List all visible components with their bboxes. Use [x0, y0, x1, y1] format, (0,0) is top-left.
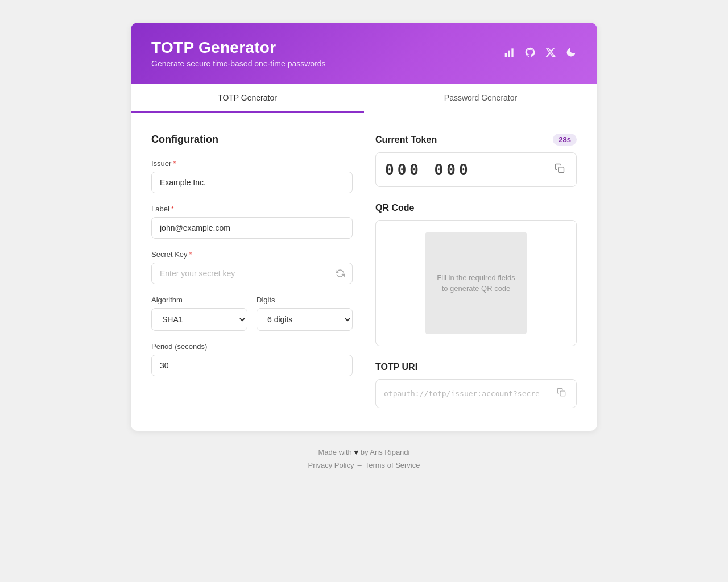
tab-password-generator[interactable]: Password Generator — [364, 84, 597, 113]
twitter-icon[interactable] — [545, 47, 556, 61]
uri-value: otpauth://totp/issuer:account?secre — [384, 389, 555, 398]
algorithm-select[interactable]: SHA1 SHA256 SHA512 — [151, 308, 247, 331]
right-panel: Current Token 28s 000 000 QR Code — [375, 134, 577, 408]
generate-secret-button[interactable] — [333, 267, 347, 280]
svg-rect-2 — [511, 48, 513, 57]
tab-totp-generator[interactable]: TOTP Generator — [131, 84, 364, 113]
digits-label: Digits — [257, 296, 353, 304]
uri-label: TOTP URI — [375, 362, 577, 372]
copy-uri-button[interactable] — [555, 385, 568, 402]
issuer-required: * — [173, 159, 176, 168]
main-card: TOTP Generator Generate secure time-base… — [131, 23, 597, 431]
issuer-input[interactable] — [151, 172, 353, 193]
svg-rect-1 — [508, 50, 510, 57]
app-subtitle: Generate secure time-based one-time pass… — [151, 59, 326, 68]
label-required: * — [171, 205, 174, 213]
period-input[interactable] — [151, 355, 353, 376]
algorithm-digits-row: Algorithm SHA1 SHA256 SHA512 Digits 6 di… — [151, 296, 353, 342]
terms-of-service-link[interactable]: Terms of Service — [365, 461, 420, 469]
secret-key-label: Secret Key * — [151, 250, 353, 259]
uri-section: TOTP URI otpauth://totp/issuer:account?s… — [375, 362, 577, 408]
secret-key-group: Secret Key * — [151, 250, 353, 284]
algorithm-label: Algorithm — [151, 296, 247, 304]
chart-icon[interactable] — [504, 47, 515, 61]
qr-box: Fill in the required fields to generate … — [375, 220, 577, 346]
heart-icon: ♥ — [354, 448, 358, 456]
token-value: 000 000 — [385, 161, 471, 178]
secret-key-input[interactable] — [151, 263, 353, 284]
github-icon[interactable] — [524, 47, 536, 61]
dark-mode-icon[interactable] — [565, 47, 577, 61]
digits-group: Digits 6 digits 7 digits 8 digits — [257, 296, 353, 331]
svg-rect-4 — [560, 391, 565, 396]
footer-credit: Made with ♥ by Aris Ripandi — [142, 448, 586, 456]
privacy-policy-link[interactable]: Privacy Policy — [308, 461, 354, 469]
qr-label: QR Code — [375, 203, 577, 213]
header-left: TOTP Generator Generate secure time-base… — [151, 39, 326, 68]
algorithm-group: Algorithm SHA1 SHA256 SHA512 — [151, 296, 247, 331]
footer-links: Privacy Policy – Terms of Service — [142, 461, 586, 469]
token-header: Current Token 28s — [375, 134, 577, 146]
footer: Made with ♥ by Aris Ripandi Privacy Poli… — [131, 431, 597, 481]
app-header: TOTP Generator Generate secure time-base… — [131, 23, 597, 84]
digits-select[interactable]: 6 digits 7 digits 8 digits — [257, 308, 353, 331]
label-group: Label * — [151, 205, 353, 239]
issuer-group: Issuer * — [151, 159, 353, 193]
token-section: Current Token 28s 000 000 — [375, 134, 577, 187]
qr-placeholder: Fill in the required fields to generate … — [425, 232, 527, 334]
label-input[interactable] — [151, 217, 353, 239]
period-group: Period (seconds) — [151, 342, 353, 376]
main-content: Configuration Issuer * Label * — [131, 113, 597, 431]
svg-rect-0 — [505, 53, 507, 57]
tab-bar: TOTP Generator Password Generator — [131, 84, 597, 113]
label-label: Label * — [151, 205, 353, 213]
token-display: 000 000 — [375, 152, 577, 187]
config-title: Configuration — [151, 134, 353, 146]
secret-key-wrapper — [151, 263, 353, 284]
period-label: Period (seconds) — [151, 342, 353, 351]
issuer-label: Issuer * — [151, 159, 353, 168]
token-label: Current Token — [375, 135, 437, 145]
copy-token-button[interactable] — [552, 161, 567, 178]
app-title: TOTP Generator — [151, 39, 326, 57]
secret-required: * — [189, 250, 192, 259]
qr-section: QR Code Fill in the required fields to g… — [375, 203, 577, 346]
qr-placeholder-text: Fill in the required fields to generate … — [425, 272, 527, 294]
token-timer: 28s — [553, 134, 577, 146]
config-panel: Configuration Issuer * Label * — [151, 134, 353, 408]
header-icons — [504, 47, 577, 61]
uri-display: otpauth://totp/issuer:account?secre — [375, 379, 577, 408]
svg-rect-3 — [559, 167, 564, 173]
